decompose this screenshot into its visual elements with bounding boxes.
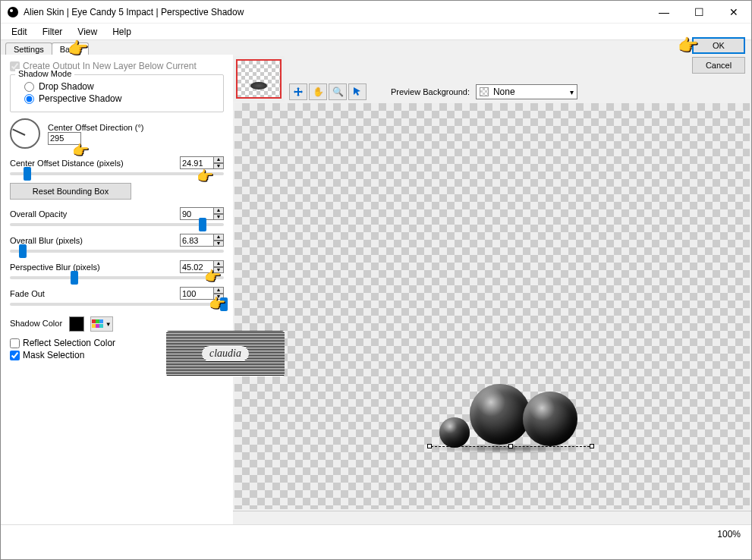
app-icon [7, 6, 19, 18]
perspective-shadow-label: Perspective Shadow [39, 93, 121, 104]
preview-background-label: Preview Background: [391, 87, 470, 96]
direction-dial[interactable] [10, 118, 40, 149]
overall-blur-label: Overall Blur (pixels) [10, 236, 83, 245]
menu-view[interactable]: View [70, 25, 105, 39]
overall-blur-slider[interactable] [10, 250, 224, 253]
highlight-cursor-perspective-blur: 👉 [204, 268, 228, 286]
shadow-mode-legend: Shadow Mode [15, 69, 74, 78]
mask-selection-label: Mask Selection [23, 350, 84, 360]
svg-rect-5 [92, 324, 96, 328]
shadow-color-label: Shadow Color [10, 319, 62, 328]
highlight-cursor-fadeout: 👉 [209, 295, 233, 313]
maximize-button[interactable]: ☐ [681, 1, 716, 23]
preview-background-value: None [493, 87, 515, 97]
orb-small [439, 417, 470, 448]
svg-rect-4 [99, 319, 103, 323]
tab-strip: Settings Basic [1, 40, 751, 55]
fade-spin-up[interactable]: ▲ [213, 287, 224, 294]
center-offset-distance-slider[interactable] [10, 172, 224, 175]
reflect-selection-color-checkbox[interactable] [10, 338, 20, 348]
fade-out-slider[interactable] [10, 303, 224, 306]
orb-large-left [470, 384, 530, 445]
palette-dropdown-icon: ▼ [105, 321, 112, 328]
close-button[interactable]: ✕ [716, 1, 751, 23]
pointer-tool-icon [353, 87, 362, 97]
hand-tool-icon: ✋ [313, 87, 324, 97]
highlight-cursor-direction: 👉 [72, 142, 96, 160]
drop-shadow-radio[interactable] [24, 82, 34, 92]
minimize-button[interactable]: — [647, 1, 681, 23]
fade-out-label: Fade Out [10, 289, 45, 298]
drop-shadow-label: Drop Shadow [39, 81, 94, 92]
cancel-button[interactable]: Cancel [692, 57, 745, 74]
thumbnail-strip [233, 56, 285, 102]
zoom-tool-button[interactable]: 🔍 [329, 83, 347, 100]
preview-canvas[interactable]: claudia [234, 103, 750, 509]
shadow-color-swatch[interactable] [69, 316, 84, 332]
svg-rect-3 [96, 319, 99, 323]
window-title: Alien Skin | Eye Candy 5 Impact | Perspe… [24, 7, 647, 17]
blur-spin-down[interactable]: ▼ [213, 241, 224, 247]
zoom-tool-icon: 🔍 [332, 87, 344, 97]
controls-panel: Create Output In New Layer Below Current… [1, 55, 233, 524]
menu-edit[interactable]: Edit [4, 25, 35, 39]
reflect-selection-color-label: Reflect Selection Color [23, 338, 115, 348]
zoom-level: 100% [717, 529, 741, 540]
horizontal-scrollbar[interactable] [233, 511, 751, 524]
move-tool-icon [293, 87, 304, 97]
opacity-spin-down[interactable]: ▼ [213, 214, 224, 221]
watermark-logo: claudia [166, 331, 285, 376]
transform-handles[interactable] [427, 446, 590, 454]
mask-selection-checkbox[interactable] [10, 351, 20, 360]
move-tool-button[interactable] [289, 83, 307, 100]
svg-rect-2 [92, 319, 96, 323]
opacity-spin-up[interactable]: ▲ [213, 207, 224, 214]
highlight-cursor-ok: 👉 [678, 37, 702, 55]
orb-large-right [523, 392, 577, 446]
overall-opacity-label: Overall Opacity [10, 209, 67, 219]
svg-point-1 [10, 9, 13, 12]
menu-help[interactable]: Help [105, 25, 139, 39]
center-offset-direction-label: Center Offset Direction (°) [48, 123, 143, 132]
hand-tool-button[interactable]: ✋ [309, 83, 327, 100]
distance-spin-up[interactable]: ▲ [213, 156, 224, 163]
svg-rect-6 [96, 324, 99, 328]
preview-panel: ✋ 🔍 Preview Background: None claudia [233, 55, 751, 524]
preview-thumbnail[interactable] [236, 59, 282, 99]
transparency-swatch-icon [480, 87, 489, 96]
watermark-text: claudia [202, 346, 249, 361]
perspective-blur-slider[interactable] [10, 276, 224, 279]
menu-bar: Edit Filter View Help [1, 24, 751, 40]
menu-filter[interactable]: Filter [35, 25, 71, 39]
pblur-spin-up[interactable]: ▲ [213, 260, 224, 267]
highlight-cursor-distance: 👉 [197, 168, 221, 186]
overall-opacity-input[interactable] [180, 207, 213, 220]
perspective-shadow-radio[interactable] [24, 94, 34, 104]
title-bar: Alien Skin | Eye Candy 5 Impact | Perspe… [1, 1, 751, 24]
center-offset-distance-label: Center Offset Distance (pixels) [10, 159, 124, 168]
palette-button[interactable]: ▼ [90, 316, 113, 332]
blur-spin-up[interactable]: ▲ [213, 234, 224, 241]
tab-settings[interactable]: Settings [5, 42, 52, 55]
svg-point-0 [8, 7, 18, 17]
highlight-cursor-basic-tab: 👉 [68, 40, 92, 58]
pointer-tool-button[interactable] [348, 83, 367, 100]
status-bar: 100% [1, 524, 751, 543]
perspective-blur-label: Perspective Blur (pixels) [10, 263, 100, 272]
overall-blur-input[interactable] [180, 234, 213, 247]
reset-bounding-box-button[interactable]: Reset Bounding Box [10, 183, 131, 200]
palette-icon [92, 319, 104, 329]
preview-background-dropdown[interactable]: None [476, 84, 577, 99]
svg-rect-7 [99, 324, 103, 328]
overall-opacity-slider[interactable] [10, 223, 224, 226]
